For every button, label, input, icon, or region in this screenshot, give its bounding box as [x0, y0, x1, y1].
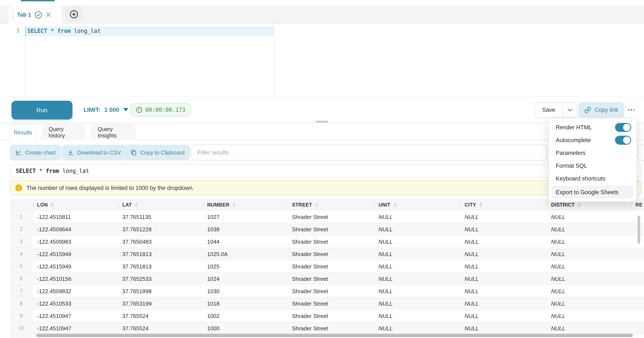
column-header-unit[interactable]: UNIT — [374, 199, 460, 211]
render-html-toggle[interactable] — [615, 123, 631, 132]
warning-icon: ! — [15, 184, 22, 191]
editor-tab-label: Tab 1 — [17, 12, 31, 18]
table-cell: 1030 — [203, 285, 288, 297]
table-cell: NULL — [460, 272, 547, 285]
table-cell: NULL — [460, 235, 547, 248]
table-cell: 37.7651898 — [118, 285, 203, 297]
table-cell: NULL — [460, 248, 547, 260]
menu-item-export-google-sheets[interactable]: Export to Google Sheets — [552, 186, 634, 199]
table-cell: NULL — [460, 260, 547, 272]
table-cell: NULL — [460, 297, 547, 310]
row-limit-warning: ! The number of rows displayed is limite… — [10, 180, 641, 196]
toggle-knob — [623, 136, 630, 144]
column-header-inner: DISTRICT — [547, 202, 631, 207]
column-header-label: CITY — [464, 202, 476, 207]
horizontal-scrollbar-thumb[interactable] — [36, 334, 633, 337]
download-csv-button[interactable]: Download to CSV — [62, 145, 126, 160]
menu-item-parameters[interactable]: Parameters — [549, 146, 636, 159]
table-cell: 37.7650483 — [118, 235, 203, 248]
link-icon — [584, 106, 591, 113]
save-split-button: Save — [534, 102, 577, 118]
column-header-inner: RE — [631, 202, 644, 207]
table-cell — [631, 260, 644, 272]
table-cell: Shrader Street — [288, 248, 374, 260]
table-cell: 37.7653199 — [118, 297, 203, 310]
tab-query-history[interactable]: Query history — [42, 124, 84, 140]
column-header-label: LAT — [122, 202, 132, 207]
row-number-cell: 1 — [10, 211, 33, 223]
limit-dropdown[interactable]: LIMIT: 1 000 — [84, 96, 128, 123]
column-header-inner: LON — [33, 202, 118, 207]
column-header-city[interactable]: CITY — [460, 199, 547, 211]
copy-to-clipboard-button[interactable]: Copy to Clipboard — [125, 145, 190, 160]
table-cell — [631, 310, 644, 322]
row-number-cell: 2 — [10, 223, 33, 235]
tab-query-insights[interactable]: Query Insights — [91, 124, 135, 140]
row-number-cell: 5 — [10, 260, 33, 272]
column-header-label: DISTRICT — [551, 202, 575, 207]
table-cell: Shrader Street — [288, 272, 374, 285]
table-cell: NULL — [374, 248, 460, 260]
column-separator — [118, 202, 118, 207]
filter-results-input[interactable] — [191, 145, 547, 160]
column-header-number[interactable]: NUMBER — [203, 199, 288, 211]
table-cell: 37.765524 — [118, 310, 203, 322]
table-cell: NULL — [374, 235, 460, 248]
table-cell: NULL — [374, 260, 460, 272]
table-cell: -122.4510947 — [33, 322, 118, 334]
cut-off-button[interactable] — [638, 145, 644, 160]
row-number-cell: 6 — [10, 272, 33, 285]
close-tab-icon[interactable] — [46, 12, 51, 18]
vertical-scrollbar-thumb[interactable] — [638, 216, 640, 244]
column-header-inner: NUMBER — [203, 202, 288, 207]
editor-tab-1[interactable]: Tab 1 — [8, 6, 62, 24]
column-separator — [288, 202, 288, 207]
table-cell: NULL — [460, 223, 547, 235]
table-row: 10-122.451094737.7655241000Shrader Stree… — [10, 322, 644, 334]
table-cell: -122.4515949 — [33, 260, 118, 272]
menu-item-autocomplete[interactable]: Autocomplete — [549, 134, 636, 146]
pane-resize-grip[interactable] — [316, 121, 328, 122]
more-options-button[interactable] — [623, 102, 639, 118]
row-number-cell: 10 — [10, 322, 33, 334]
row-number-cell: 4 — [10, 248, 33, 260]
table-cell: Shrader Street — [288, 285, 374, 297]
column-separator — [460, 202, 461, 207]
save-button[interactable]: Save — [535, 102, 562, 117]
query-timer-badge: 00:00:00.173 — [130, 103, 191, 116]
column-header-inner: CITY — [460, 202, 547, 207]
menu-item-label: Render HTML — [556, 124, 592, 130]
menu-item-keyboard-shortcuts[interactable]: Keyboard shortcuts — [549, 172, 636, 185]
table-cell: -122.4509644 — [33, 223, 118, 235]
editor-code-line[interactable]: SELECT * from long_lat — [27, 28, 100, 34]
autocomplete-toggle[interactable] — [615, 135, 631, 144]
column-header-lon[interactable]: LON — [33, 199, 118, 211]
table-cell: NULL — [374, 322, 460, 334]
tab-results[interactable]: Results — [10, 124, 36, 140]
drag-handle-icon[interactable] — [12, 11, 14, 19]
sql-editor[interactable]: 1 SELECT * from long_lat — [0, 24, 644, 96]
column-header-street[interactable]: STREET — [288, 199, 374, 211]
table-cell: NULL — [374, 223, 460, 235]
row-number-cell: 11 — [10, 334, 33, 338]
save-options-button[interactable] — [563, 102, 577, 117]
window-top-band — [0, 0, 644, 6]
table-cell — [631, 248, 644, 260]
menu-item-format-sql[interactable]: Format SQL — [549, 159, 636, 172]
run-button[interactable]: Run — [12, 101, 72, 119]
table-header-row: LONLATNUMBERSTREETUNITCITYDISTRICTRE — [10, 199, 644, 211]
column-separator — [203, 202, 203, 207]
add-tab-button[interactable] — [65, 6, 83, 22]
column-header-label: UNIT — [378, 202, 390, 207]
table-cell: 1024 — [203, 272, 288, 285]
column-header-lat[interactable]: LAT — [118, 199, 203, 211]
sort-icon — [394, 203, 396, 207]
copy-link-button[interactable]: Copy link — [578, 102, 624, 118]
table-cell: NULL — [460, 322, 547, 334]
menu-item-render-html[interactable]: Render HTML — [549, 121, 636, 134]
create-chart-label: Create chart — [25, 149, 56, 156]
row-number-cell: 7 — [10, 285, 33, 297]
row-number-cell: 8 — [10, 297, 33, 310]
query-summary: SELECT * from long_lat — [10, 164, 641, 178]
create-chart-button[interactable]: Create chart — [10, 145, 61, 160]
